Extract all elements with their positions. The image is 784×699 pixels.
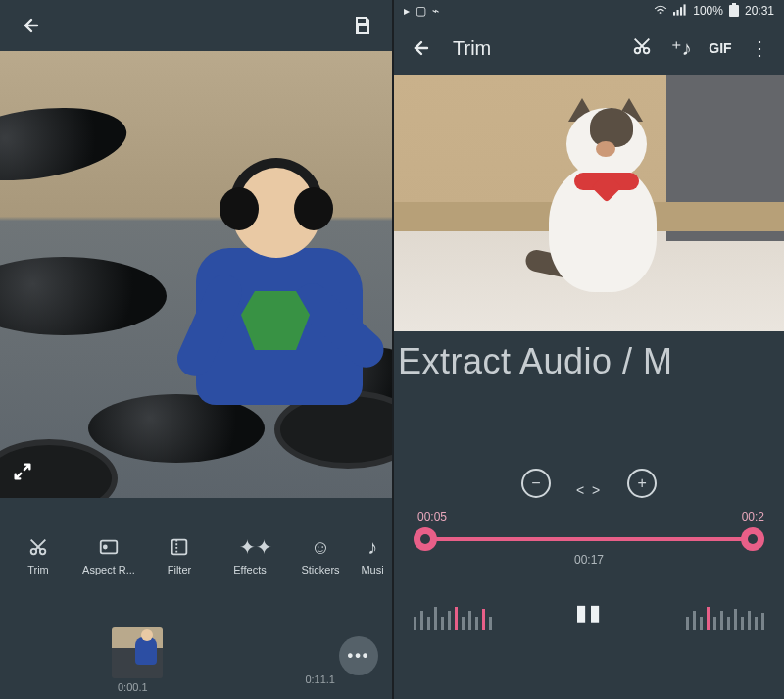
tool-effects[interactable]: ✦✦ Effects <box>216 536 284 575</box>
tool-filter[interactable]: Filter <box>145 536 214 575</box>
tool-label: Aspect R... <box>82 564 135 575</box>
back-button[interactable] <box>406 34 433 62</box>
svg-rect-10 <box>684 4 686 15</box>
preview-graphic <box>531 108 678 304</box>
battery-percent: 100% <box>693 4 723 18</box>
pause-button[interactable]: ▮▮ <box>575 600 603 625</box>
cut-button[interactable] <box>629 35 655 62</box>
editor-pane-right: ▸ ▢ ⌁ 100% 20:31 Tri <box>392 0 784 699</box>
preview-graphic <box>0 97 131 191</box>
clip-strip: 0:00.1 0:11.1 ••• <box>0 606 392 699</box>
tool-music[interactable]: ♪ Musi <box>357 536 388 575</box>
fullscreen-icon[interactable] <box>12 461 33 486</box>
preview-graphic <box>0 257 167 335</box>
trim-handle-start[interactable] <box>414 527 437 551</box>
svg-rect-11 <box>729 5 739 17</box>
trim-duration-label: 00:17 <box>574 553 604 567</box>
signal-icon <box>673 4 687 19</box>
clip-start-time: 0:00.1 <box>118 681 148 693</box>
clip-thumbnail[interactable] <box>112 627 163 678</box>
svg-rect-7 <box>673 12 675 16</box>
tool-label: Filter <box>168 564 191 575</box>
status-app-icon: ⌁ <box>432 4 439 18</box>
tool-label: Trim <box>27 564 49 575</box>
back-button[interactable] <box>16 12 43 39</box>
trim-slider[interactable]: 00:05 00:2 00:17 <box>394 510 784 569</box>
gif-button[interactable]: GIF <box>708 40 733 56</box>
video-preview[interactable] <box>0 51 392 498</box>
tool-label: Stickers <box>301 564 339 575</box>
wifi-icon <box>654 4 667 19</box>
video-preview[interactable] <box>394 75 784 331</box>
svg-rect-9 <box>680 7 682 15</box>
status-bar: ▸ ▢ ⌁ 100% 20:31 <box>394 0 784 22</box>
status-time: 20:31 <box>745 4 774 18</box>
tool-bar: Trim Aspect R... Filter ✦✦ Effects ☺ Sti… <box>0 498 392 606</box>
overflow-menu-button[interactable]: ⋮ <box>747 36 772 60</box>
page-title: Trim <box>447 37 615 60</box>
tool-label: Musi <box>361 564 383 575</box>
tool-stickers[interactable]: ☺ Stickers <box>286 536 355 575</box>
svg-rect-6 <box>172 540 187 555</box>
smiley-icon: ☺ <box>310 536 331 558</box>
sparkle-icon: ✦✦ <box>239 536 261 558</box>
left-top-bar <box>0 0 392 51</box>
tool-aspect-ratio[interactable]: Aspect R... <box>74 536 143 575</box>
zoom-reset-button[interactable]: < > <box>576 482 602 498</box>
svg-rect-0 <box>358 19 366 23</box>
tool-trim[interactable]: Trim <box>4 536 73 575</box>
right-header: Trim ⁺♪ GIF ⋮ <box>394 22 784 75</box>
more-button[interactable]: ••• <box>339 636 378 675</box>
trim-handle-end[interactable] <box>741 527 764 551</box>
music-icon: ♪ <box>362 536 383 558</box>
scrub-ticks-right[interactable] <box>686 595 764 630</box>
svg-rect-8 <box>677 10 679 16</box>
svg-point-5 <box>104 546 107 549</box>
save-button[interactable] <box>349 12 376 39</box>
slider-fill <box>425 537 753 541</box>
preview-graphic <box>196 164 363 428</box>
trim-start-label: 00:05 <box>417 510 447 524</box>
trim-end-label: 00:2 <box>742 510 764 524</box>
app-root: Trim Aspect R... Filter ✦✦ Effects ☺ Sti… <box>0 0 784 699</box>
status-app-icon: ▢ <box>416 4 426 18</box>
tool-label: Effects <box>233 564 266 575</box>
editor-pane-left: Trim Aspect R... Filter ✦✦ Effects ☺ Sti… <box>0 0 392 699</box>
add-music-button[interactable]: ⁺♪ <box>668 36 694 60</box>
caption-text: Extract Audio / M <box>394 331 784 392</box>
status-app-icon: ▸ <box>404 4 410 18</box>
clip-end-time: 0:11.1 <box>305 674 335 685</box>
scrub-bar: ▮▮ <box>394 569 784 657</box>
svg-rect-1 <box>359 26 367 32</box>
zoom-in-button[interactable]: + <box>627 469 657 498</box>
scrub-ticks-left[interactable] <box>414 595 492 630</box>
battery-icon <box>729 3 739 20</box>
svg-rect-12 <box>732 3 736 5</box>
zoom-controls: − < > + <box>394 392 784 510</box>
zoom-out-button[interactable]: − <box>521 469 551 498</box>
